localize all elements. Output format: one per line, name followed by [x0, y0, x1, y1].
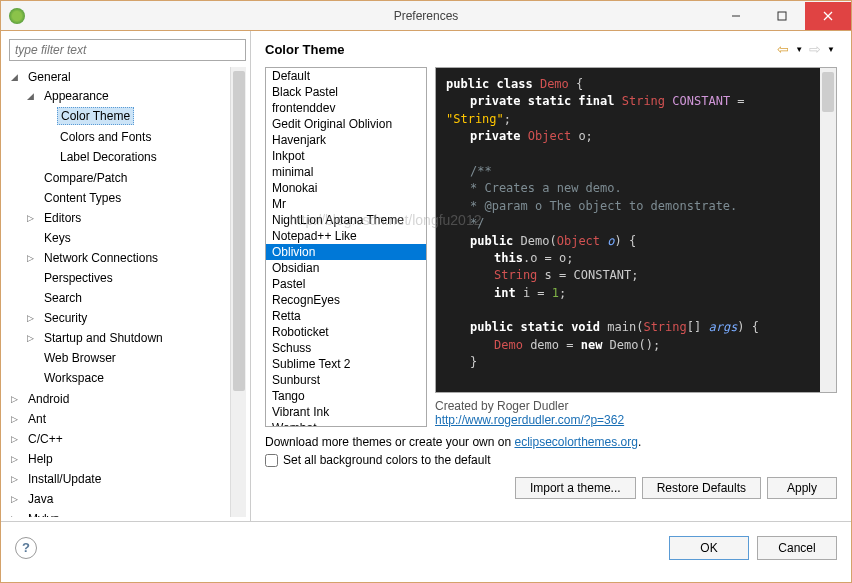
scroll-thumb[interactable] [822, 72, 834, 112]
close-button[interactable] [805, 2, 851, 30]
chevron-down-icon: ◢ [11, 72, 21, 82]
theme-item[interactable]: NightLion Aptana Theme [266, 212, 426, 228]
scroll-thumb[interactable] [233, 71, 245, 391]
theme-item[interactable]: Inkpot [266, 148, 426, 164]
theme-item[interactable]: Oblivion [266, 244, 426, 260]
help-icon[interactable]: ? [15, 537, 37, 559]
tree-scrollbar[interactable] [230, 67, 246, 517]
tree-item-install[interactable]: ▷Install/Update [9, 470, 246, 488]
checkbox-label: Set all background colors to the default [283, 453, 490, 467]
tree-item-web-browser[interactable]: Web Browser [25, 349, 246, 367]
page-title: Color Theme [265, 42, 344, 57]
tree-item-keys[interactable]: Keys [25, 229, 246, 247]
apply-button[interactable]: Apply [767, 477, 837, 499]
tree-item-label-decorations[interactable]: Label Decorations [41, 148, 246, 166]
back-button[interactable]: ⇦ [775, 41, 791, 57]
theme-item[interactable]: Mr [266, 196, 426, 212]
chevron-right-icon: ▷ [11, 514, 21, 517]
tree-item-java[interactable]: ▷Java [9, 490, 246, 508]
theme-item[interactable]: Default [266, 68, 426, 84]
nav-arrows: ⇦ ▼ ⇨ ▼ [775, 41, 837, 57]
theme-item[interactable]: Schuss [266, 340, 426, 356]
right-header: Color Theme ⇦ ▼ ⇨ ▼ [265, 41, 837, 57]
tree-item-mylyn[interactable]: ▷Mylyn [9, 510, 246, 517]
chevron-right-icon: ▷ [27, 213, 37, 223]
chevron-right-icon: ▷ [11, 454, 21, 464]
bottom-bar: ? OK Cancel [1, 521, 851, 573]
theme-item[interactable]: Tango [266, 388, 426, 404]
tree-item-colors-fonts[interactable]: Colors and Fonts [41, 128, 246, 146]
tree-item-appearance[interactable]: ◢Appearance [25, 87, 246, 105]
theme-item[interactable]: Notepad++ Like [266, 228, 426, 244]
svg-rect-1 [778, 12, 786, 20]
chevron-right-icon: ▷ [11, 414, 21, 424]
chevron-right-icon: ▷ [11, 494, 21, 504]
theme-item[interactable]: Vibrant Ink [266, 404, 426, 420]
tree-item-compare-patch[interactable]: Compare/Patch [25, 169, 246, 187]
chevron-right-icon: ▷ [11, 434, 21, 444]
preview-column: public class Demo { private static final… [435, 67, 837, 427]
content-row: DefaultBlack PastelfrontenddevGedit Orig… [265, 67, 837, 427]
theme-item[interactable]: Sublime Text 2 [266, 356, 426, 372]
cancel-button[interactable]: Cancel [757, 536, 837, 560]
preview-scrollbar[interactable] [820, 68, 836, 392]
chevron-right-icon: ▷ [27, 313, 37, 323]
tree-item-startup[interactable]: ▷Startup and Shutdown [25, 329, 246, 347]
theme-item[interactable]: Retta [266, 308, 426, 324]
import-button[interactable]: Import a theme... [515, 477, 636, 499]
download-row: Download more themes or create your own … [265, 435, 837, 449]
tree-item-editors[interactable]: ▷Editors [25, 209, 246, 227]
forward-menu[interactable]: ▼ [825, 45, 837, 54]
tree-item-search[interactable]: Search [25, 289, 246, 307]
titlebar: Preferences [1, 1, 851, 31]
main-area: ◢General ◢Appearance Color Theme Colors … [1, 31, 851, 521]
app-icon [9, 8, 25, 24]
maximize-button[interactable] [759, 2, 805, 30]
chevron-right-icon: ▷ [27, 253, 37, 263]
tree-item-general[interactable]: ◢General [9, 68, 246, 86]
checkbox-row: Set all background colors to the default [265, 453, 837, 467]
theme-item[interactable]: Black Pastel [266, 84, 426, 100]
theme-item[interactable]: Sunburst [266, 372, 426, 388]
restore-defaults-button[interactable]: Restore Defaults [642, 477, 761, 499]
credit-text: Created by Roger Dudler [435, 399, 837, 413]
theme-item[interactable]: Obsidian [266, 260, 426, 276]
tree-item-ccpp[interactable]: ▷C/C++ [9, 430, 246, 448]
theme-item[interactable]: Monokai [266, 180, 426, 196]
credit-link[interactable]: http://www.rogerdudler.com/?p=362 [435, 413, 624, 427]
tree-wrap: ◢General ◢Appearance Color Theme Colors … [9, 67, 246, 517]
ok-button[interactable]: OK [669, 536, 749, 560]
right-pane: Color Theme ⇦ ▼ ⇨ ▼ DefaultBlack Pastelf… [251, 31, 851, 521]
theme-item[interactable]: Wombat [266, 420, 426, 427]
tree-item-security[interactable]: ▷Security [25, 309, 246, 327]
tree-item-network[interactable]: ▷Network Connections [25, 249, 246, 267]
theme-item[interactable]: frontenddev [266, 100, 426, 116]
preferences-tree[interactable]: ◢General ◢Appearance Color Theme Colors … [9, 67, 246, 517]
download-link[interactable]: eclipsecolorthemes.org [514, 435, 637, 449]
tree-item-content-types[interactable]: Content Types [25, 189, 246, 207]
theme-item[interactable]: Gedit Original Oblivion [266, 116, 426, 132]
back-menu[interactable]: ▼ [793, 45, 805, 54]
filter-input[interactable] [9, 39, 246, 61]
theme-item[interactable]: Roboticket [266, 324, 426, 340]
right-buttons: Import a theme... Restore Defaults Apply [265, 477, 837, 499]
tree-item-ant[interactable]: ▷Ant [9, 410, 246, 428]
chevron-right-icon: ▷ [11, 394, 21, 404]
tree-item-android[interactable]: ▷Android [9, 390, 246, 408]
set-background-checkbox[interactable] [265, 454, 278, 467]
theme-list[interactable]: DefaultBlack PastelfrontenddevGedit Orig… [265, 67, 427, 427]
window-title: Preferences [394, 9, 459, 23]
bottom-buttons: OK Cancel [669, 536, 837, 560]
tree-item-workspace[interactable]: Workspace [25, 369, 246, 387]
theme-item[interactable]: Havenjark [266, 132, 426, 148]
theme-item[interactable]: Pastel [266, 276, 426, 292]
tree-item-perspectives[interactable]: Perspectives [25, 269, 246, 287]
forward-button[interactable]: ⇨ [807, 41, 823, 57]
theme-item[interactable]: minimal [266, 164, 426, 180]
theme-item[interactable]: RecognEyes [266, 292, 426, 308]
tree-item-help[interactable]: ▷Help [9, 450, 246, 468]
tree-item-color-theme[interactable]: Color Theme [41, 106, 246, 126]
code-preview: public class Demo { private static final… [435, 67, 837, 393]
left-pane: ◢General ◢Appearance Color Theme Colors … [1, 31, 251, 521]
minimize-button[interactable] [713, 2, 759, 30]
